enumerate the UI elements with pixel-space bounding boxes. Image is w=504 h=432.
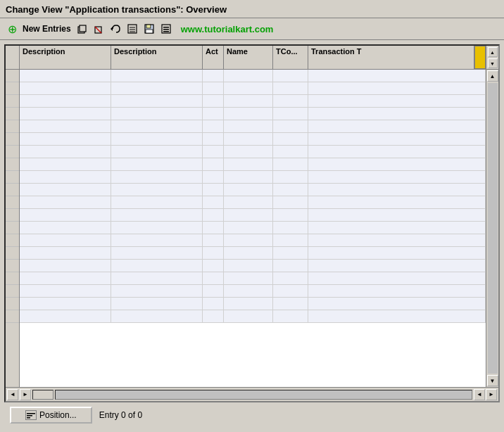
cell-desc2[interactable] [111,285,203,297]
cell-trans[interactable] [308,171,486,183]
cell-act[interactable] [203,120,224,132]
cell-act[interactable] [203,70,224,82]
cell-desc2[interactable] [111,247,203,259]
table-row[interactable] [20,310,486,323]
cell-name[interactable] [224,108,273,120]
cell-name[interactable] [224,70,273,82]
cell-desc1[interactable] [20,95,111,107]
position-button[interactable]: Position... [10,407,92,424]
cell-desc1[interactable] [20,310,111,322]
row-selector[interactable] [6,95,19,108]
cell-desc2[interactable] [111,146,203,158]
cell-tco[interactable] [273,209,308,221]
cell-tco[interactable] [273,260,308,272]
cell-name[interactable] [224,222,273,234]
row-selector[interactable] [6,285,19,298]
cell-tco[interactable] [273,196,308,208]
cell-tco[interactable] [273,133,308,145]
cell-desc1[interactable] [20,285,111,297]
cell-act[interactable] [203,133,224,145]
cell-tco[interactable] [273,158,308,170]
select-all-header[interactable] [6,46,20,69]
col-header-tco[interactable]: TCo... [273,46,308,69]
cell-act[interactable] [203,234,224,246]
cell-tco[interactable] [273,310,308,322]
row-selector[interactable] [6,133,19,146]
cell-act[interactable] [203,209,224,221]
cell-act[interactable] [203,222,224,234]
cell-trans[interactable] [308,120,486,132]
cell-desc1[interactable] [20,120,111,132]
cell-tco[interactable] [273,82,308,94]
cell-name[interactable] [224,260,273,272]
cell-desc1[interactable] [20,222,111,234]
cell-trans[interactable] [308,184,486,196]
table-row[interactable] [20,171,486,184]
cell-name[interactable] [224,158,273,170]
row-selector[interactable] [6,272,19,285]
row-selector[interactable] [6,184,19,196]
cell-tco[interactable] [273,184,308,196]
cell-trans[interactable] [308,108,486,120]
row-selector[interactable] [6,209,19,222]
cell-tco[interactable] [273,272,308,284]
cell-act[interactable] [203,146,224,158]
cell-desc1[interactable] [20,82,111,94]
table-row[interactable] [20,120,486,133]
table-row[interactable] [20,146,486,158]
table-row[interactable] [20,209,486,222]
cell-trans[interactable] [308,133,486,145]
cell-desc1[interactable] [20,247,111,259]
cell-desc1[interactable] [20,196,111,208]
cell-desc2[interactable] [111,272,203,284]
cell-tco[interactable] [273,298,308,310]
row-selector[interactable] [6,120,19,133]
cell-name[interactable] [224,196,273,208]
row-selector[interactable] [6,260,19,272]
cell-name[interactable] [224,247,273,259]
cell-act[interactable] [203,158,224,170]
cell-act[interactable] [203,171,224,183]
cell-name[interactable] [224,95,273,107]
cell-desc2[interactable] [111,260,203,272]
table-row[interactable] [20,95,486,108]
more-button[interactable] [158,21,174,37]
cell-desc1[interactable] [20,70,111,82]
cell-tco[interactable] [273,108,308,120]
col-header-name[interactable]: Name [224,46,273,69]
cell-trans[interactable] [308,70,486,82]
cell-desc2[interactable] [111,158,203,170]
col-header-desc2[interactable]: Description [111,46,203,69]
table-row[interactable] [20,222,486,234]
cell-trans[interactable] [308,247,486,259]
cell-desc1[interactable] [20,108,111,120]
cell-tco[interactable] [273,120,308,132]
cell-desc1[interactable] [20,298,111,310]
undo-button[interactable] [108,21,123,37]
cell-act[interactable] [203,184,224,196]
cell-name[interactable] [224,133,273,145]
cell-act[interactable] [203,95,224,107]
row-selector[interactable] [6,234,19,247]
cell-act[interactable] [203,260,224,272]
cell-desc2[interactable] [111,70,203,82]
row-selector[interactable] [6,171,19,184]
cell-trans[interactable] [308,95,486,107]
save-button[interactable] [141,21,157,37]
cell-trans[interactable] [308,298,486,310]
v-scroll-up-button[interactable]: ▲ [487,70,498,82]
cell-tco[interactable] [273,70,308,82]
cell-desc1[interactable] [20,209,111,221]
table-row[interactable] [20,133,486,146]
scroll-up-button[interactable]: ▲ [488,47,498,57]
table-row[interactable] [20,196,486,209]
cell-desc2[interactable] [111,310,203,322]
cell-name[interactable] [224,298,273,310]
row-selector[interactable] [6,158,19,171]
cell-desc2[interactable] [111,133,203,145]
h-scroll-end-right-button[interactable]: ► [486,389,497,400]
column-settings-icon[interactable] [474,46,486,69]
cell-tco[interactable] [273,234,308,246]
cell-desc2[interactable] [111,196,203,208]
cell-act[interactable] [203,272,224,284]
